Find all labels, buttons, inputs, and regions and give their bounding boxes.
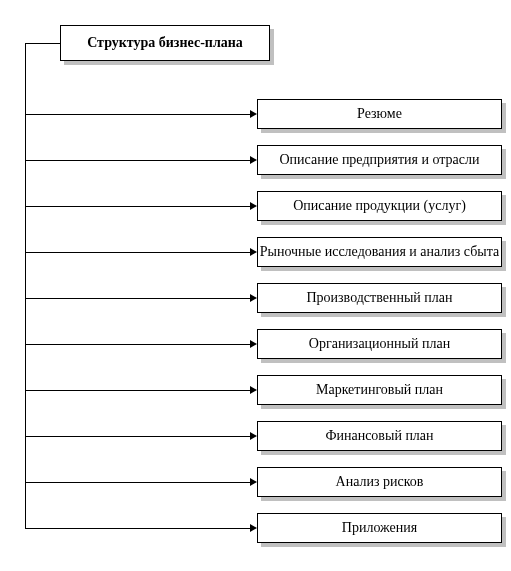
arrow-right-icon: [250, 340, 257, 348]
item-box: Описание продукции (услуг): [257, 191, 502, 221]
arrow-right-icon: [250, 294, 257, 302]
item-box: Приложения: [257, 513, 502, 543]
connector-branch: [25, 344, 251, 345]
arrow-right-icon: [250, 478, 257, 486]
connector-branch: [25, 390, 251, 391]
connector-branch: [25, 252, 251, 253]
arrow-right-icon: [250, 432, 257, 440]
connector-branch: [25, 114, 251, 115]
connector-trunk: [25, 43, 26, 529]
connector-branch: [25, 160, 251, 161]
connector-branch: [25, 528, 251, 529]
connector-header-h: [25, 43, 60, 44]
header-box: Структура бизнес-плана: [60, 25, 270, 61]
connector-branch: [25, 298, 251, 299]
arrow-right-icon: [250, 386, 257, 394]
item-box: Производственный план: [257, 283, 502, 313]
item-box: Организационный план: [257, 329, 502, 359]
arrow-right-icon: [250, 248, 257, 256]
item-box: Резюме: [257, 99, 502, 129]
arrow-right-icon: [250, 156, 257, 164]
arrow-right-icon: [250, 524, 257, 532]
connector-branch: [25, 206, 251, 207]
item-box: Описание предприятия и отрасли: [257, 145, 502, 175]
item-box: Рыночные исследования и анализ сбыта: [257, 237, 502, 267]
item-box: Маркетинговый план: [257, 375, 502, 405]
arrow-right-icon: [250, 202, 257, 210]
connector-branch: [25, 436, 251, 437]
connector-branch: [25, 482, 251, 483]
item-box: Финансовый план: [257, 421, 502, 451]
item-box: Анализ рисков: [257, 467, 502, 497]
arrow-right-icon: [250, 110, 257, 118]
